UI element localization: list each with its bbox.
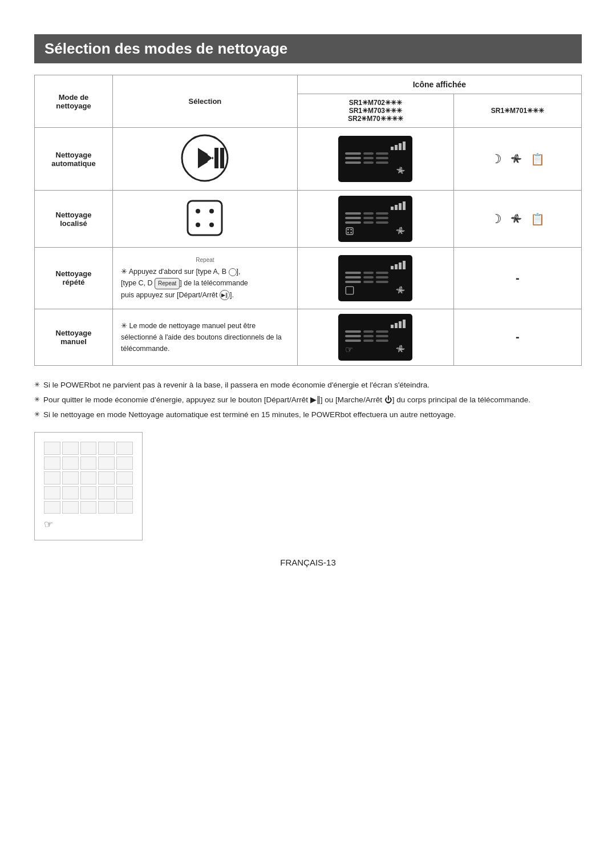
bottom-display-image: ☞ xyxy=(34,432,143,540)
svg-point-16 xyxy=(351,229,352,231)
moon-icon: ☽ xyxy=(491,152,502,167)
mode-localise: Nettoyagelocalisé xyxy=(35,191,113,248)
hand-icon-bottom: ☞ xyxy=(44,518,53,531)
svg-rect-9 xyxy=(188,201,222,235)
col-header-sr1-701: SR1✳M701✳✳✳ xyxy=(453,94,581,128)
fan-icon-localise xyxy=(395,226,406,236)
svg-point-10 xyxy=(196,209,200,213)
hand-icon: ☞ xyxy=(345,344,353,355)
svg-point-11 xyxy=(209,209,214,213)
repeat-badge: Repeat xyxy=(155,278,180,289)
table-row: Nettoyagelocalisé xyxy=(35,191,582,248)
mode-manuel: Nettoyagemanuel xyxy=(35,309,113,365)
svg-point-23 xyxy=(400,349,402,350)
svg-point-15 xyxy=(347,229,349,231)
selection-repete: Repeat ✳ Appuyez d'abord sur [type A, B … xyxy=(113,248,298,309)
svg-point-12 xyxy=(196,223,200,227)
page-number: FRANÇAIS-13 xyxy=(34,558,582,567)
footnote-2: Pour quitter le mode économie d'énergie,… xyxy=(34,394,582,406)
svg-point-18 xyxy=(351,232,352,233)
fan-icon-display xyxy=(395,166,406,176)
cleaning-modes-table: Mode denettoyage Sélection Icône affiché… xyxy=(34,75,582,366)
col-header-selection: Sélection xyxy=(113,75,298,128)
repeat-small-icon xyxy=(345,286,354,295)
fan-icon-manuel xyxy=(395,344,406,354)
page-title: Sélection des modes de nettoyage xyxy=(34,34,582,63)
svg-point-19 xyxy=(400,231,402,232)
display-manuel-main: ☞ xyxy=(297,309,453,365)
col-header-sr1-702: SR1✳M702✳✳✳SR1✳M703✳✳✳SR2✳M70✳✳✳✳ xyxy=(297,94,453,128)
mode-automatique: Nettoyageautomatique xyxy=(35,128,113,191)
selection-localise xyxy=(113,191,298,248)
table-row: Nettoyagemanuel ✳ Le mode de nettoyage m… xyxy=(35,309,582,365)
display-localise-701: ☽ 📋 xyxy=(453,191,581,248)
play-pause-icon xyxy=(179,132,230,184)
selection-manuel: ✳ Le mode de nettoyage manuel peut être … xyxy=(113,309,298,365)
svg-rect-21 xyxy=(346,286,354,294)
localized-small-icon xyxy=(345,227,354,236)
display-automatique-701: ☽ 📋 xyxy=(453,128,581,191)
page-number-label: FRANÇAIS- xyxy=(280,558,326,567)
footnotes: Si le POWERbot ne parvient pas à revenir… xyxy=(34,379,582,421)
svg-point-20 xyxy=(515,218,517,220)
repeat-label: Repeat xyxy=(121,256,289,265)
footnote-3: Si le nettoyage en mode Nettoyage automa… xyxy=(34,409,582,421)
display-repete-701: - xyxy=(453,248,581,309)
page-number-value: 13 xyxy=(326,558,336,567)
display-repete-main xyxy=(297,248,453,309)
svg-point-13 xyxy=(209,223,214,227)
table-row: Nettoyageautomatique xyxy=(35,128,582,191)
display-localise-main xyxy=(297,191,453,248)
col-header-icone: Icône affichée xyxy=(297,75,581,94)
svg-point-8 xyxy=(515,158,517,160)
circle-indicator xyxy=(229,268,237,276)
svg-rect-14 xyxy=(346,228,353,235)
doc-icon-2: 📋 xyxy=(530,212,545,226)
fan-icon-repete xyxy=(395,285,406,296)
fan-icon-right xyxy=(510,153,522,165)
fan-icon-right-2 xyxy=(510,213,522,225)
svg-point-7 xyxy=(400,171,402,172)
col-header-mode: Mode denettoyage xyxy=(35,75,113,128)
moon-icon-2: ☽ xyxy=(491,212,502,227)
table-row: Nettoyagerépété Repeat ✳ Appuyez d'abord… xyxy=(35,248,582,309)
display-manuel-701: - xyxy=(453,309,581,365)
localized-selection-icon xyxy=(182,195,228,241)
doc-icon: 📋 xyxy=(530,152,545,166)
svg-point-22 xyxy=(400,289,402,291)
selection-automatique xyxy=(113,128,298,191)
play-circle-inline: ▶‖ xyxy=(220,290,230,300)
svg-rect-5 xyxy=(214,148,218,168)
footnote-1: Si le POWERbot ne parvient pas à revenir… xyxy=(34,379,582,391)
display-automatique-main xyxy=(297,128,453,191)
mode-repete: Nettoyagerépété xyxy=(35,248,113,309)
svg-point-17 xyxy=(347,232,349,233)
svg-rect-6 xyxy=(220,148,224,168)
